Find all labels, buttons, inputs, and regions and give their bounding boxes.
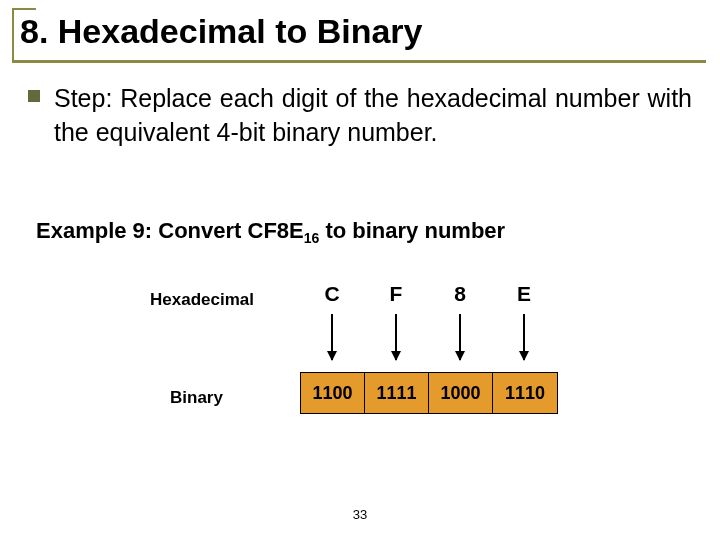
example-label: Example 9: Convert CF8E16 to binary numb… xyxy=(36,218,505,246)
arrow-slot xyxy=(492,314,556,360)
arrow-slot xyxy=(300,314,364,360)
arrow-row xyxy=(300,314,556,360)
hex-row-label: Hexadecimal xyxy=(150,290,254,310)
hex-digit: E xyxy=(492,282,556,306)
hex-digit: 8 xyxy=(428,282,492,306)
arrow-down-icon xyxy=(395,314,397,360)
binary-group-row: 1100 1111 1000 1110 xyxy=(300,372,558,414)
arrow-down-icon xyxy=(459,314,461,360)
bullet-row: Step: Replace each digit of the hexadeci… xyxy=(28,82,692,150)
binary-group: 1110 xyxy=(493,373,557,413)
arrow-down-icon xyxy=(331,314,333,360)
binary-row-label: Binary xyxy=(170,388,223,408)
page-number: 33 xyxy=(0,507,720,522)
binary-group: 1000 xyxy=(429,373,493,413)
title-underline xyxy=(12,60,706,63)
binary-group: 1111 xyxy=(365,373,429,413)
hex-digit: C xyxy=(300,282,364,306)
arrow-slot xyxy=(364,314,428,360)
example-subscript: 16 xyxy=(304,230,320,246)
hex-digit-row: C F 8 E xyxy=(300,282,556,306)
example-prefix: Example 9: Convert CF8E xyxy=(36,218,304,243)
step-text: Step: Replace each digit of the hexadeci… xyxy=(54,82,692,150)
slide-title: 8. Hexadecimal to Binary xyxy=(20,12,423,51)
frame-accent-left xyxy=(12,8,14,60)
bullet-icon xyxy=(28,90,40,102)
frame-accent-top xyxy=(12,8,36,10)
example-suffix: to binary number xyxy=(319,218,505,243)
body-block: Step: Replace each digit of the hexadeci… xyxy=(28,82,692,150)
arrow-down-icon xyxy=(523,314,525,360)
binary-group: 1100 xyxy=(301,373,365,413)
hex-digit: F xyxy=(364,282,428,306)
arrow-slot xyxy=(428,314,492,360)
